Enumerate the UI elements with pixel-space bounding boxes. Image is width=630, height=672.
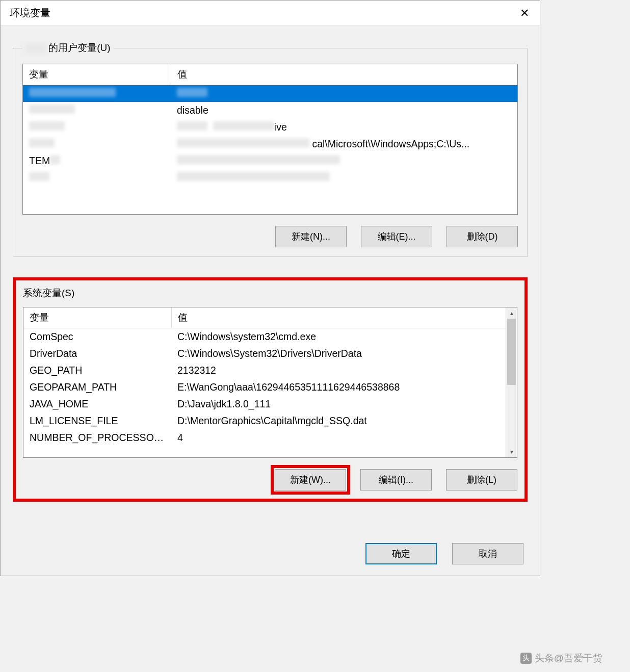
col-value[interactable]: 值 xyxy=(171,307,517,328)
system-vars-group: 系统变量(S) 变量 值 ComSpecC:\Windows\system32\… xyxy=(13,277,528,502)
scrollbar[interactable]: ▴ ▾ xyxy=(506,307,517,457)
titlebar: 环境变量 ✕ xyxy=(1,1,540,26)
cell-value: 2132312 xyxy=(171,362,517,379)
dialog-footer: 确定 取消 xyxy=(365,543,523,564)
cell-variable: LM_LICENSE_FILE xyxy=(23,412,171,429)
env-vars-dialog: 环境变量 ✕ 的用户变量(U) 变量 值 xyxy=(0,0,540,576)
scroll-down-icon[interactable]: ▾ xyxy=(506,446,517,457)
table-row[interactable]: TEM xyxy=(23,152,517,169)
user-vars-table[interactable]: 变量 值 disable xyxy=(22,64,518,215)
table-row[interactable]: JAVA_HOMED:\Java\jdk1.8.0_111 xyxy=(23,396,517,412)
table-row[interactable]: cal\Microsoft\WindowsApps;C:\Us... xyxy=(23,136,517,152)
col-variable[interactable]: 变量 xyxy=(23,64,171,85)
table-row[interactable]: GEOPARAM_PATHE:\WanGong\aaa\162944653511… xyxy=(23,379,517,396)
ok-button[interactable]: 确定 xyxy=(365,543,437,564)
close-icon: ✕ xyxy=(520,7,529,20)
scroll-thumb[interactable] xyxy=(507,319,516,385)
cell-value: C:\Windows\system32\cmd.exe xyxy=(171,328,517,346)
cell-value: D:\MentorGraphics\Capital\mgcld_SSQ.dat xyxy=(171,412,517,429)
table-row[interactable] xyxy=(23,169,517,186)
user-delete-button[interactable]: 删除(D) xyxy=(447,226,518,247)
cell-variable: GEOPARAM_PATH xyxy=(23,379,171,396)
table-row[interactable]: DriverDataC:\Windows\System32\Drivers\Dr… xyxy=(23,345,517,362)
table-row[interactable]: ComSpecC:\Windows\system32\cmd.exe xyxy=(23,328,517,346)
cell-value: 4 xyxy=(171,429,517,446)
dialog-content: 的用户变量(U) 变量 值 xyxy=(1,26,540,532)
cell-value: C:\Windows\System32\Drivers\DriverData xyxy=(171,345,517,362)
cell-value: D:\Java\jdk1.8.0_111 xyxy=(171,396,517,412)
system-delete-button[interactable]: 删除(L) xyxy=(446,469,517,490)
user-vars-legend: 的用户变量(U) xyxy=(22,41,114,55)
table-row[interactable]: NUMBER_OF_PROCESSORS4 xyxy=(23,429,517,446)
watermark-text: 头条@吾爱干货 xyxy=(535,652,602,665)
table-row[interactable]: GEO_PATH2132312 xyxy=(23,362,517,379)
user-vars-buttons: 新建(N)... 编辑(E)... 删除(D) xyxy=(22,226,518,247)
cell-variable: GEO_PATH xyxy=(23,362,171,379)
table-row[interactable]: disable xyxy=(23,102,517,119)
cell-variable: JAVA_HOME xyxy=(23,396,171,412)
cell-variable: DriverData xyxy=(23,345,171,362)
watermark: 头 头条@吾爱干货 xyxy=(520,652,602,665)
system-vars-table[interactable]: 变量 值 ComSpecC:\Windows\system32\cmd.exeD… xyxy=(23,307,517,458)
dialog-title: 环境变量 xyxy=(10,6,50,20)
col-variable[interactable]: 变量 xyxy=(23,307,171,328)
system-vars-buttons: 新建(W)... 编辑(I)... 删除(L) xyxy=(23,469,517,490)
system-edit-button[interactable]: 编辑(I)... xyxy=(360,469,432,490)
col-value[interactable]: 值 xyxy=(171,64,517,85)
cell-variable: ComSpec xyxy=(23,328,171,346)
cell-variable: NUMBER_OF_PROCESSORS xyxy=(23,429,171,446)
cell-value: E:\WanGong\aaa\1629446535111162944653886… xyxy=(171,379,517,396)
table-header-row: 变量 值 xyxy=(23,64,517,85)
table-row[interactable]: ive xyxy=(23,119,517,136)
user-vars-group: 的用户变量(U) 变量 值 xyxy=(13,41,528,257)
close-button[interactable]: ✕ xyxy=(509,1,540,26)
table-row[interactable] xyxy=(23,85,517,102)
cancel-button[interactable]: 取消 xyxy=(452,543,523,564)
table-header-row: 变量 值 xyxy=(23,307,517,328)
user-edit-button[interactable]: 编辑(E)... xyxy=(361,226,432,247)
system-new-button[interactable]: 新建(W)... xyxy=(275,469,346,490)
watermark-logo-icon: 头 xyxy=(520,653,532,664)
system-vars-legend: 系统变量(S) xyxy=(23,287,517,300)
user-new-button[interactable]: 新建(N)... xyxy=(275,226,347,247)
scroll-up-icon[interactable]: ▴ xyxy=(506,307,517,319)
table-row[interactable]: LM_LICENSE_FILED:\MentorGraphics\Capital… xyxy=(23,412,517,429)
